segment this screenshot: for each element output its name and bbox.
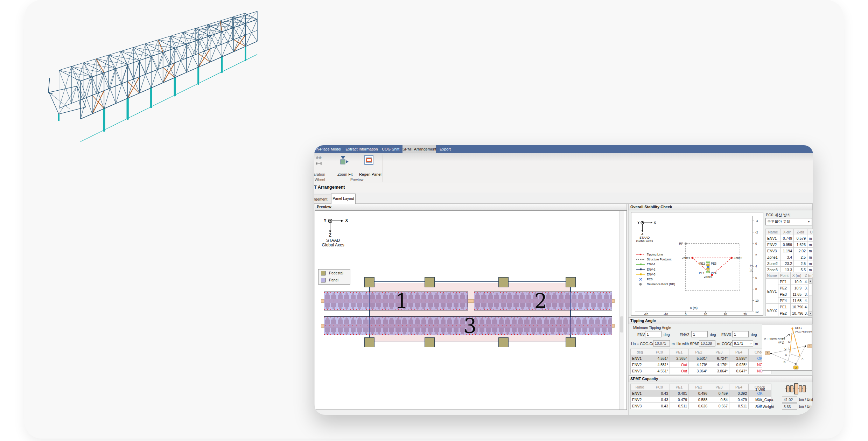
train-coupler [612,324,615,328]
separation-label: Separation [314,172,325,176]
table-row[interactable]: ENV24.551°Out4.179°4.179°0.925°NG [631,362,771,368]
undo-icon[interactable]: ↩ [749,341,752,346]
tab-panel-layout[interactable]: Panel Layout [331,194,356,204]
ribbon-group-preview: Preview [350,177,363,182]
cell: PE1 [778,279,791,285]
tab-arrangement[interactable]: Arrangement [314,195,333,203]
env-label-3: ENV3 [721,332,731,337]
cell: ENV3 [766,248,780,254]
env-1-deg-input[interactable]: 1 [645,331,662,337]
svg-text:-10: -10 [664,313,668,315]
preview-scrollbar-thumb[interactable] [620,316,623,332]
scroll-down-icon[interactable]: ▼ [808,311,812,316]
cell: 0.567 [709,403,729,409]
col-header-x-m-: X (m) [791,272,803,279]
cell: 1.626 [794,241,807,248]
regen-panel-label: Regen Panel [359,172,382,176]
env-2-deg-input[interactable]: 1 [691,331,708,337]
svg-text:-20: -20 [644,313,649,315]
preview-canvas[interactable]: YXZSTAADGlobal Axes PedestalPanel 1 2 3 [315,210,627,410]
cell: 0.479 [670,397,689,403]
pc0-method-dropdown[interactable]: 구조물만 고려 ▼ [765,218,812,225]
tipping-diagram-box: COG(PC0, PE1/2/3/4)Θ : Tipping Angle(deg… [762,324,812,371]
pedestal [364,337,374,347]
legend-label: Pedestal [329,271,343,275]
table-row[interactable]: ENV14.551°2.365°5.501°6.724°3.598°OK [631,355,771,362]
svg-text:Z: Z [329,233,331,238]
table-row[interactable]: ENV20.430.4790.5880.540.479OK [631,397,771,403]
zone-table: NameX-dirZ-dirUnitENV10.7490.579mENV20.9… [765,229,813,273]
svg-text:ENV-1: ENV-1 [647,262,656,266]
table-row[interactable]: ENV2PE110.7964.862 [766,304,813,310]
tab-export[interactable]: Export [438,145,453,153]
cell: 3.4 [780,254,794,260]
table-row[interactable]: ENV20.9591.626m [766,241,813,248]
cell: PE1 [778,304,791,310]
svg-text:Global Axes: Global Axes [322,243,344,247]
cell: 0.43 [649,397,670,403]
svg-text:RP: RP [679,242,683,245]
cell: 10.9 [791,285,803,291]
svg-text:Tipping Line: Tipping Line [647,253,663,256]
panel-number-2: 2 [531,290,551,312]
cell: 1.194 [780,248,794,254]
cell: ENV1 [766,279,778,304]
env-3-deg-input[interactable]: 1 [732,331,749,337]
svg-text:10: 10 [755,299,759,302]
separation-button[interactable]: ⊕⊕ [315,155,326,166]
cell: ENV1 [766,235,780,241]
cell: m [807,260,813,267]
table-row[interactable]: ENV10.430.4010.4960.4590.392OK [631,390,771,397]
cell: ENV1 [631,355,649,362]
regen-panel-button[interactable] [364,155,374,166]
col-header-point: Point [778,272,791,279]
table-row[interactable]: Zone223.22.5m [766,260,813,267]
cell: 0.749 [780,235,794,241]
chevron-down-icon: ▼ [807,218,810,225]
svg-text:Global Axes: Global Axes [636,239,653,243]
table-row[interactable]: ENV30.430.5110.6260.5670.511OK [631,403,771,409]
tab-extract-information[interactable]: Extract Information [345,145,378,153]
table-row[interactable]: ENV1PE110.94.338 [766,279,813,285]
zoom-fit-button[interactable] [340,155,350,166]
cell: ENV2 [631,362,649,368]
col-header-deg: deg [631,349,649,355]
table-row[interactable]: ENV31.1942.02m [766,248,813,254]
cog-y-field[interactable]: 9.171 ↩ [732,340,753,346]
tab-cog-shift[interactable]: COG Shift [382,145,400,153]
max-capa-field: 41.02 [782,397,797,402]
title-band: SPMT Arrangement [314,183,813,192]
svg-text:0: 0 [755,242,757,245]
cell: 10.796 [791,310,803,316]
preview-scrollbar[interactable] [619,211,624,410]
cell: 2.5 [794,260,807,267]
capacity-table: RatioPC0PE1PE2PE3PE4CheckENV10.430.4010.… [630,384,771,409]
cell: 4.179° [709,362,729,368]
stability-body: -20-100102030-4-2024681012X (m)Z (m)YXZS… [628,210,813,317]
cell: m [807,254,813,260]
point-table-scrollbar[interactable]: ▲ ▼ [808,278,813,316]
svg-text:ENV-2: ENV-2 [647,268,656,271]
svg-text:Reference Point (RP): Reference Point (RP) [647,282,675,286]
tab-spmt-arrangement[interactable]: SPMT Arrangement [402,145,436,153]
svg-text:3: 3 [767,352,768,355]
cell: 0.496 [689,390,709,397]
table-row[interactable]: ENV10.7490.579m [766,235,813,241]
table-row[interactable]: ENV34.551°Out3.064°3.064°0.047°NG [631,368,771,374]
train-coupler [612,299,615,303]
svg-text:ENV-3: ENV-3 [647,273,656,276]
table-row[interactable]: Zone13.42.5m [766,254,813,260]
pedestal [425,337,435,347]
top-support-line [369,281,571,282]
scroll-up-icon[interactable]: ▲ [808,279,812,283]
tipping-header: Tipping Angle [628,317,813,324]
col-header-pe3: PE3 [709,349,729,355]
cell: PE2 [778,310,791,316]
col-header-pe4: PE4 [729,349,749,355]
tab-in-place-model[interactable]: In-Place Model [314,145,344,153]
cell: 0.511 [670,403,689,409]
zoom-fit-label: Zoom Fit [337,172,352,176]
scrollbar-thumb[interactable] [809,284,812,295]
table-header-row: NameX-dirZ-dirUnit [766,229,813,235]
deg-unit-label: deg [751,332,757,337]
